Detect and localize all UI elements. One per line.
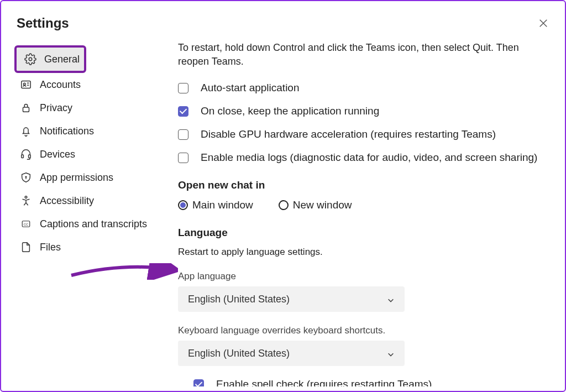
sidebar-item-accessibility[interactable]: Accessibility xyxy=(12,189,156,212)
headset-icon xyxy=(20,148,32,160)
id-card-icon xyxy=(20,79,32,91)
sidebar-item-label: Accessibility xyxy=(40,195,94,207)
chevron-down-icon xyxy=(387,349,395,357)
svg-rect-3 xyxy=(22,81,31,88)
keyboard-language-select[interactable]: English (United States) xyxy=(178,341,405,366)
page-title: Settings xyxy=(17,15,69,31)
checkbox-label: Enable spell check (requires restarting … xyxy=(216,378,432,386)
settings-content: To restart, hold down Control and click … xyxy=(156,41,565,386)
checkbox-label: On close, keep the application running xyxy=(201,105,379,117)
sidebar-item-label: General xyxy=(44,54,80,65)
select-value: English (United States) xyxy=(188,348,290,359)
svg-point-4 xyxy=(23,83,25,85)
checkbox-keep-running[interactable]: On close, keep the application running xyxy=(178,105,548,117)
sidebar-item-accounts[interactable]: Accounts xyxy=(12,73,156,96)
checkbox-autostart[interactable]: Auto-start application xyxy=(178,82,548,94)
cc-icon: CC xyxy=(20,218,32,230)
select-value: English (United States) xyxy=(188,294,290,305)
language-heading: Language xyxy=(178,227,548,239)
checkbox-disable-gpu[interactable]: Disable GPU hardware acceleration (requi… xyxy=(178,128,548,140)
radio-main-window[interactable]: Main window xyxy=(178,199,253,211)
gear-icon xyxy=(24,53,36,65)
checkbox-icon[interactable] xyxy=(178,129,188,140)
file-icon xyxy=(20,241,32,253)
sidebar-item-label: App permissions xyxy=(40,172,113,184)
settings-sidebar: General Accounts Privacy Notificati xyxy=(12,41,156,386)
sidebar-item-general[interactable]: General xyxy=(17,48,84,71)
radio-new-window[interactable]: New window xyxy=(279,199,352,211)
sidebar-item-label: Notifications xyxy=(40,126,94,137)
sidebar-item-captions[interactable]: CC Captions and transcripts xyxy=(12,212,156,236)
sidebar-item-label: Files xyxy=(40,242,61,253)
bell-icon xyxy=(20,125,32,137)
annotation-highlight: General xyxy=(14,45,86,73)
lock-icon xyxy=(20,102,32,114)
checkbox-label: Auto-start application xyxy=(201,82,300,94)
sidebar-item-label: Devices xyxy=(40,149,75,160)
sidebar-item-label: Privacy xyxy=(40,102,72,114)
language-restart-hint: Restart to apply language settings. xyxy=(178,247,548,258)
sidebar-item-app-permissions[interactable]: App permissions xyxy=(12,166,156,189)
checkbox-icon[interactable] xyxy=(178,106,188,117)
person-icon xyxy=(20,195,32,207)
chevron-down-icon xyxy=(387,295,395,303)
sidebar-item-notifications[interactable]: Notifications xyxy=(12,119,156,143)
close-icon xyxy=(538,18,548,28)
svg-point-12 xyxy=(25,196,27,198)
app-language-label: App language xyxy=(178,271,548,282)
sidebar-item-label: Captions and transcripts xyxy=(40,218,147,230)
sidebar-item-privacy[interactable]: Privacy xyxy=(12,96,156,119)
sidebar-item-files[interactable]: Files xyxy=(12,236,156,259)
sidebar-item-label: Accounts xyxy=(40,79,81,91)
svg-point-10 xyxy=(25,176,27,177)
checkbox-label: Enable media logs (diagnostic data for a… xyxy=(201,151,537,164)
app-language-select[interactable]: English (United States) xyxy=(178,286,405,312)
radio-icon[interactable] xyxy=(178,200,188,210)
checkbox-icon[interactable] xyxy=(178,153,188,163)
svg-point-2 xyxy=(29,58,32,61)
checkbox-icon[interactable] xyxy=(178,83,188,93)
restart-instructions: To restart, hold down Control and click … xyxy=(178,41,548,69)
svg-rect-9 xyxy=(29,155,31,158)
keyboard-language-hint: Keyboard language overrides keyboard sho… xyxy=(178,325,548,336)
checkbox-media-logs[interactable]: Enable media logs (diagnostic data for a… xyxy=(178,151,548,164)
svg-rect-8 xyxy=(22,155,24,158)
sidebar-item-devices[interactable]: Devices xyxy=(12,143,156,166)
radio-label: New window xyxy=(293,199,352,211)
checkbox-spellcheck[interactable]: Enable spell check (requires restarting … xyxy=(178,378,548,386)
radio-icon[interactable] xyxy=(279,200,289,210)
svg-rect-7 xyxy=(23,107,29,112)
shield-icon xyxy=(20,171,32,184)
checkbox-icon[interactable] xyxy=(193,379,204,386)
open-chat-heading: Open new chat in xyxy=(178,179,548,191)
radio-label: Main window xyxy=(192,199,253,211)
svg-text:CC: CC xyxy=(24,223,29,226)
checkbox-label: Disable GPU hardware acceleration (requi… xyxy=(201,128,496,140)
close-button[interactable] xyxy=(537,17,549,29)
